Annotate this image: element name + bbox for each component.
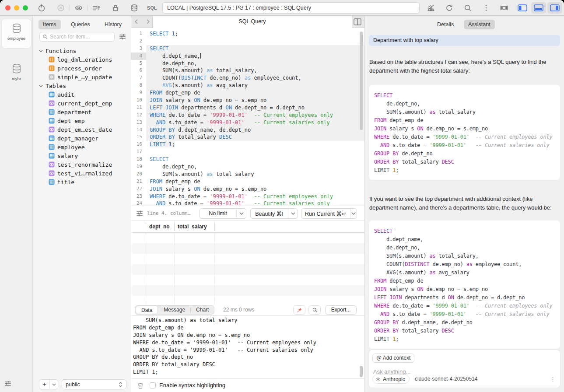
results-grid[interactable]: dept_no total_salary <box>131 220 364 304</box>
tree-item-test-vi-rmalized[interactable]: test_vi…rmalized <box>33 169 131 178</box>
sidebar-tab-items[interactable]: Items <box>39 20 61 29</box>
table-icon <box>49 91 55 98</box>
sidebar-tab-queries[interactable]: Queries <box>67 20 95 29</box>
sql-editor[interactable]: 1SELECT 1;23SELECT4 d.dept_name,5 de.dep… <box>131 28 364 206</box>
tree-item-title[interactable]: title <box>33 178 131 186</box>
split-editor-icon[interactable] <box>354 18 361 25</box>
grid-row-empty[interactable] <box>131 264 364 275</box>
cursor-position-label: line 4, column… <box>147 210 190 216</box>
chevron-down-icon <box>39 84 43 88</box>
tree-item-audit[interactable]: audit <box>33 90 131 99</box>
minimize-window-button[interactable] <box>14 5 19 10</box>
column-header-total-salary[interactable]: total_salary <box>174 220 214 233</box>
back-button[interactable] <box>134 18 139 26</box>
tree-item-dept-emp[interactable]: dept_emp <box>33 116 131 125</box>
tree-item-simple-y-update[interactable]: simple_…y_update <box>33 73 131 81</box>
statusbar-filter-icon[interactable] <box>136 210 144 217</box>
tree-item-employee[interactable]: employee <box>33 143 131 151</box>
tab-assistant[interactable]: Assistant <box>464 20 495 29</box>
provider-chip[interactable]: Anthropic <box>372 374 410 384</box>
message-line: AND s.to_date = '9999-01-01' -- Current … <box>131 346 364 354</box>
search-placeholder: Search for item... <box>50 34 90 40</box>
syntax-highlighting-checkbox[interactable] <box>150 382 156 388</box>
column-header-dept-no[interactable]: dept_no <box>146 220 174 233</box>
zoom-window-button[interactable] <box>23 5 28 10</box>
line-number: 1 <box>131 30 146 38</box>
grid-row-empty[interactable] <box>131 254 364 264</box>
tree-item-dept-em-est-date[interactable]: dept_em…est_date <box>33 125 131 134</box>
toggle-right-panel-button[interactable] <box>547 2 562 14</box>
message-panel[interactable]: SUM(s.amount) as total_salaryFROM dept_e… <box>131 316 364 378</box>
tree-item-current-dept-emp[interactable]: current_dept_emp <box>33 99 131 108</box>
database-icon[interactable] <box>130 4 139 12</box>
schema-select[interactable]: public <box>62 379 126 389</box>
editor-line-12: 12WHERE de.to_date = '9999-01-01' -- Cur… <box>131 112 364 119</box>
assistant-input-placeholder[interactable]: Ask anything... <box>373 368 410 375</box>
export-button[interactable]: Export... <box>325 305 357 315</box>
grid-row-empty[interactable] <box>131 243 364 254</box>
grid-row-empty[interactable] <box>131 285 364 296</box>
results-tab-chart[interactable]: Chart <box>191 306 214 314</box>
results-tab-data[interactable]: Data <box>136 306 158 314</box>
tree-item-test-renormalize[interactable]: test_renormalize <box>33 160 131 169</box>
forward-button[interactable] <box>146 18 151 26</box>
tree-section-functions[interactable]: Functions <box>33 46 131 55</box>
assistant-input-card[interactable]: @ Add context Ask anything... Anthropic … <box>369 350 560 388</box>
rail-filter-icon[interactable] <box>4 380 13 388</box>
sidebar-tab-history[interactable]: History <box>100 20 126 29</box>
editor-line-18: 18SELECT <box>131 156 364 163</box>
editor-line-3: 3SELECT <box>131 45 364 52</box>
tree-section-tables[interactable]: Tables <box>33 81 131 90</box>
card-more-icon[interactable]: ⋮ <box>550 376 556 382</box>
editor-line-16: 16LIMIT 1; <box>131 141 364 148</box>
trash-icon[interactable] <box>137 382 144 389</box>
tab-sql-query[interactable]: SQL Query <box>152 16 352 28</box>
cancel-query-icon[interactable] <box>56 4 65 12</box>
sidebar-filter-icon[interactable] <box>119 33 126 41</box>
message-scrollbar[interactable] <box>360 366 363 377</box>
add-item-button[interactable]: + <box>39 379 58 389</box>
grid-row-empty[interactable] <box>131 296 364 304</box>
beautify-dropdown[interactable]: Beautify ⌘I <box>250 208 298 219</box>
editor-scrollbar[interactable] <box>360 32 363 130</box>
connection-power-icon[interactable] <box>37 4 46 12</box>
tree-item-department[interactable]: department <box>33 108 131 116</box>
message-line: ORDER BY total_salary DESC <box>131 361 364 368</box>
search-results-button[interactable] <box>308 305 321 315</box>
run-current-dropdown[interactable]: Run Current ⌘↵ <box>301 208 357 219</box>
refresh-icon[interactable] <box>445 4 454 12</box>
toggle-left-panel-button[interactable] <box>515 2 530 14</box>
lock-icon[interactable] <box>111 4 120 12</box>
search-input[interactable]: Search for item... <box>39 32 115 42</box>
line-number: 24 <box>131 200 146 206</box>
toggle-bottom-panel-button[interactable] <box>531 2 546 14</box>
more-options-icon[interactable] <box>482 4 490 12</box>
presentation-mode-icon[interactable] <box>500 4 508 12</box>
connection-employee[interactable]: employee <box>0 23 33 41</box>
log-icon[interactable] <box>92 4 101 12</box>
limit-dropdown[interactable]: No limit <box>199 208 246 219</box>
search-icon[interactable] <box>463 4 472 12</box>
editor-line-1: 1SELECT 1; <box>131 30 364 38</box>
grid-row-empty[interactable] <box>131 275 364 285</box>
chart-icon[interactable] <box>427 4 435 12</box>
tree-item-process-order[interactable]: ()process_order <box>33 64 131 73</box>
assistant-code-block-1: SELECT de.dept_no, SUM(s.amount) as tota… <box>369 85 560 180</box>
pin-button[interactable] <box>293 305 305 315</box>
tree-item-log-dml-erations[interactable]: ()log_dml…erations <box>33 55 131 64</box>
tree-item-salary[interactable]: salary <box>33 151 131 160</box>
tree-item-dept-manager[interactable]: dept_manager <box>33 134 131 143</box>
editor-line-8: 8 AVG(s.amount) as avg_salary <box>131 82 364 89</box>
sql-mode-label[interactable]: SQL <box>147 5 157 10</box>
connection-myhr[interactable]: myhr <box>0 63 33 81</box>
editor-line-24: 24 AND s.to_date = '9999-01-01' -- Curre… <box>131 200 364 206</box>
editor-line-21: 21FROM dept_emp de <box>131 178 364 186</box>
eye-icon[interactable] <box>74 4 83 12</box>
database-icon <box>11 28 23 35</box>
grid-row-empty[interactable] <box>131 233 364 243</box>
results-tab-message[interactable]: Message <box>158 306 190 314</box>
add-context-chip[interactable]: @ Add context <box>372 354 414 363</box>
close-window-button[interactable] <box>5 5 11 10</box>
tab-details[interactable]: Details <box>433 20 458 29</box>
line-number: 10 <box>131 97 146 104</box>
